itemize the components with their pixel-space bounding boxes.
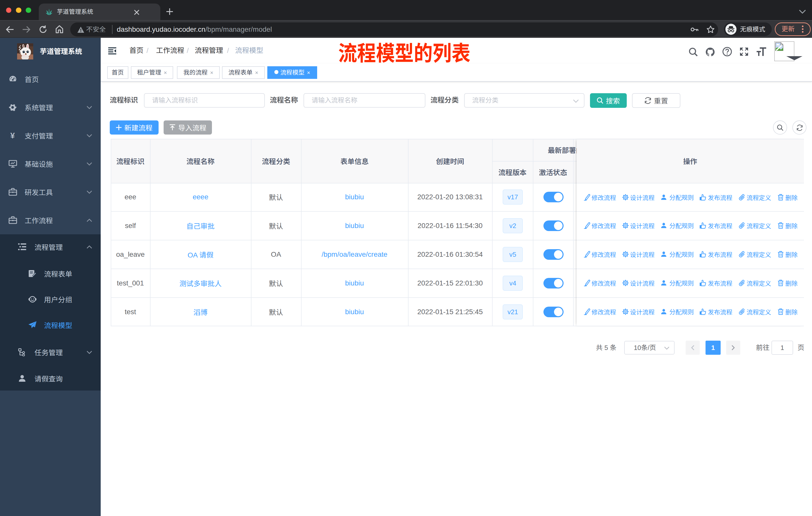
svg-text:¥: ¥ [10, 132, 15, 140]
